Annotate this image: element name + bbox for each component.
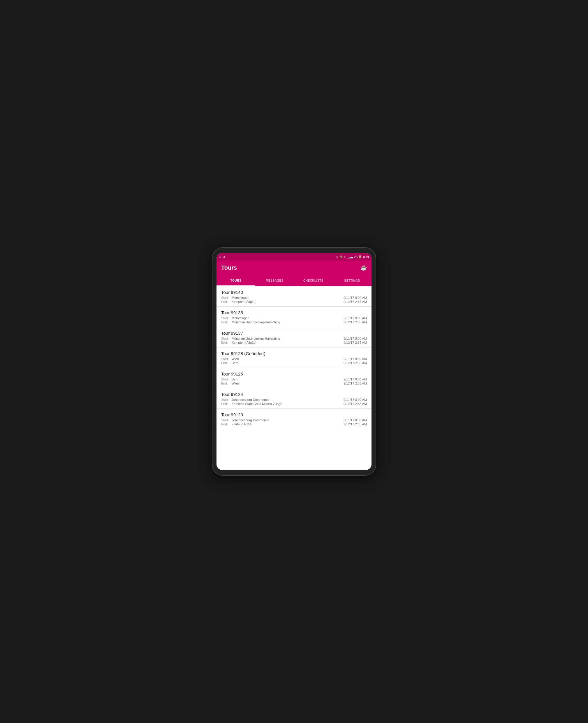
start-label: Start: [221, 316, 230, 320]
tab-settings[interactable]: SETTINGS [333, 275, 372, 286]
start-location: Bern [232, 377, 238, 381]
end-date: 9/12/17 2:35 AM [343, 321, 367, 324]
menu-icon[interactable]: ☕ [360, 264, 367, 271]
tab-messages[interactable]: MESSAGES [255, 275, 294, 286]
end-date: 9/12/17 2:35 AM [343, 300, 367, 304]
tour-end-row: End: Kempten (Allgäu) 9/12/17 2:35 AM [221, 341, 367, 344]
battery-percent: 3% [354, 255, 358, 258]
end-location: Kempten (Allgäu) [232, 300, 256, 304]
phone-icon: ▭ [219, 255, 222, 258]
signal-icon: ▁▂▃ [347, 255, 353, 258]
tour-start-row: Start: Memmingen 9/11/17 8:00 AM [221, 296, 367, 299]
start-date: 9/11/17 8:00 AM [343, 337, 367, 340]
end-location: München Untergiesing-Harlaching [232, 321, 280, 324]
battery-icon: 🔋 [358, 255, 362, 258]
device-screen: ▭ ⊡ ⊙ 🔇 ⊹ ▁▂▃ 3% 🔋 15:01 Tours ☕ TOURS [216, 253, 372, 470]
start-label: Start: [221, 357, 230, 360]
end-label: End: [221, 361, 230, 365]
tour-name: Tour 99120 [221, 412, 367, 417]
end-date: 9/12/17 2:35 AM [343, 381, 367, 385]
start-date: 9/11/17 8:00 AM [343, 398, 367, 401]
tour-item[interactable]: Tour 99125 Start: Bern 9/11/17 8:00 AM E… [216, 368, 372, 388]
end-date: 9/12/17 2:35 AM [343, 422, 367, 426]
app-title: Tours [221, 264, 237, 271]
tour-name: Tour 99128 (Geändert) [221, 351, 367, 356]
start-location: Memmingen [232, 316, 249, 320]
status-bar: ▭ ⊡ ⊙ 🔇 ⊹ ▁▂▃ 3% 🔋 15:01 [216, 253, 372, 261]
wifi-icon: ⊹ [343, 255, 346, 258]
tour-end-row: End: München Untergiesing-Harlaching 9/1… [221, 321, 367, 324]
tour-item[interactable]: Tour 99137 Start: München Untergiesing-H… [216, 327, 372, 348]
tour-start-row: Start: Bern 9/11/17 8:00 AM [221, 377, 367, 381]
location-icon: ⊙ [336, 255, 339, 258]
tour-end-row: End: Kapstadt Stadt Chris Nissen Village… [221, 402, 367, 406]
tab-tours[interactable]: TOURS [216, 275, 255, 286]
tour-name: Tour 99136 [221, 310, 367, 315]
tour-name: Tour 99137 [221, 331, 367, 335]
start-location: Johannesburg Commercia [232, 418, 269, 422]
end-location: Kapstadt Stadt Chris Nissen Village [232, 402, 282, 406]
tour-name: Tour 99140 [221, 290, 367, 295]
tour-item[interactable]: Tour 99128 (Geändert) Start: Wien 9/11/1… [216, 348, 372, 368]
start-label: Start: [221, 296, 230, 299]
start-location: Johannesburg Commercia [232, 398, 269, 401]
tour-start-row: Start: Wien 9/11/17 8:00 AM [221, 357, 367, 360]
tour-item[interactable]: Tour 99140 Start: Memmingen 9/11/17 8:00… [216, 286, 372, 307]
tour-item[interactable]: Tour 99124 Start: Johannesburg Commercia… [216, 388, 372, 409]
end-date: 9/12/17 2:35 AM [343, 361, 367, 365]
image-icon: ⊡ [223, 255, 225, 258]
start-date: 9/11/17 8:00 AM [343, 296, 367, 299]
start-date: 9/11/17 8:00 AM [343, 357, 367, 360]
start-date: 9/11/17 8:00 AM [343, 316, 367, 320]
status-bar-right: ⊙ 🔇 ⊹ ▁▂▃ 3% 🔋 15:01 [336, 255, 369, 258]
start-location: Wien [232, 357, 239, 360]
tour-name: Tour 99124 [221, 392, 367, 397]
tour-name: Tour 99125 [221, 371, 367, 376]
device-frame: ▭ ⊡ ⊙ 🔇 ⊹ ▁▂▃ 3% 🔋 15:01 Tours ☕ TOURS [212, 248, 376, 475]
tour-start-row: Start: Memmingen 9/11/17 8:00 AM [221, 316, 367, 320]
end-location: Fairland Ext 4 [232, 422, 251, 426]
start-label: Start: [221, 337, 230, 340]
start-date: 9/11/17 8:00 AM [343, 377, 367, 381]
end-date: 9/12/17 2:35 AM [343, 341, 367, 344]
end-label: End: [221, 321, 230, 324]
tour-start-row: Start: Johannesburg Commercia 9/11/17 8:… [221, 398, 367, 401]
start-label: Start: [221, 377, 230, 381]
tab-bar: TOURS MESSAGES CHECKLISTS SETTINGS [216, 275, 372, 286]
end-label: End: [221, 381, 230, 385]
start-label: Start: [221, 418, 230, 422]
end-date: 9/12/17 2:35 AM [343, 402, 367, 406]
tour-item[interactable]: Tour 99136 Start: Memmingen 9/11/17 8:00… [216, 307, 372, 327]
tour-end-row: End: Kempten (Allgäu) 9/12/17 2:35 AM [221, 300, 367, 304]
tour-end-row: End: Fairland Ext 4 9/12/17 2:35 AM [221, 422, 367, 426]
tour-list: Tour 99140 Start: Memmingen 9/11/17 8:00… [216, 286, 372, 470]
tour-end-row: End: Bern 9/12/17 2:35 AM [221, 361, 367, 365]
app-bar: Tours ☕ [216, 261, 372, 275]
status-bar-left: ▭ ⊡ [219, 255, 225, 258]
clock: 15:01 [362, 255, 369, 258]
end-label: End: [221, 300, 230, 304]
tour-start-row: Start: München Untergiesing-Harlaching 9… [221, 337, 367, 340]
end-label: End: [221, 402, 230, 406]
tour-item[interactable]: Tour 99120 Start: Johannesburg Commercia… [216, 409, 372, 429]
end-location: Kempten (Allgäu) [232, 341, 256, 344]
tab-checklists[interactable]: CHECKLISTS [294, 275, 333, 286]
start-label: Start: [221, 398, 230, 401]
tour-start-row: Start: Johannesburg Commercia 9/11/17 8:… [221, 418, 367, 422]
end-location: Bern [232, 361, 238, 365]
start-location: Memmingen [232, 296, 249, 299]
start-date: 9/11/17 8:00 AM [343, 418, 367, 422]
end-label: End: [221, 341, 230, 344]
end-label: End: [221, 422, 230, 426]
end-location: Wien [232, 381, 239, 385]
tour-end-row: End: Wien 9/12/17 2:35 AM [221, 381, 367, 385]
start-location: München Untergiesing-Harlaching [232, 337, 280, 340]
mute-icon: 🔇 [339, 255, 343, 258]
